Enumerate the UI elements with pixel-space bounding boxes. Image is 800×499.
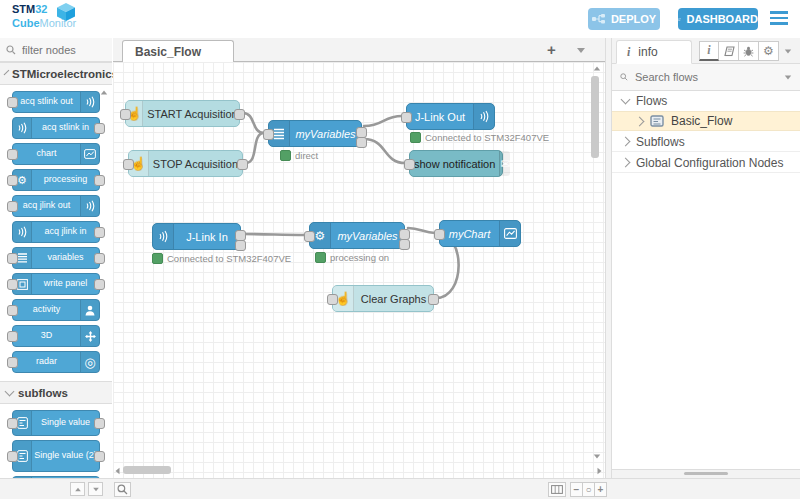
canvas-node-start-acquisition[interactable]: ☝ START Acquisition [125, 100, 240, 127]
node-port[interactable] [7, 331, 18, 342]
palette-node-3d[interactable]: 3D [12, 325, 100, 347]
palette-node-single-value-2[interactable]: Single value (2) [12, 440, 100, 472]
chevron-down-icon [621, 95, 631, 105]
node-label: J-Link In [174, 224, 240, 249]
tree-row-global-config[interactable]: Global Configuration Nodes [612, 153, 800, 173]
canvas-node-mychart[interactable]: myChart [439, 220, 521, 247]
canvas-vertical-scrollbar[interactable] [591, 76, 599, 158]
main-menu-button[interactable] [770, 11, 788, 25]
config-tab-button[interactable]: ⚙ [759, 41, 779, 61]
tree-row-subflows[interactable]: Subflows [612, 132, 800, 152]
node-port[interactable] [7, 201, 18, 212]
node-port[interactable] [94, 227, 105, 238]
canvas-scroll-left-icon[interactable] [116, 468, 120, 474]
node-input-port[interactable] [304, 231, 315, 242]
node-output-port[interactable] [235, 240, 246, 251]
deploy-icon [592, 14, 605, 24]
canvas-horizontal-scrollbar[interactable] [123, 466, 171, 474]
tree-row-flows[interactable]: Flows [612, 91, 800, 111]
help-tab-button[interactable] [719, 41, 739, 61]
canvas-scroll-right-icon[interactable] [598, 468, 602, 474]
palette-node-chart[interactable]: chart [12, 143, 100, 165]
palette-node-write-panel[interactable]: write panel [12, 273, 100, 295]
deploy-button[interactable]: DEPLOY [588, 8, 660, 30]
flow-tab-label: Basic_Flow [135, 45, 201, 59]
debug-tab-button[interactable] [739, 41, 759, 61]
dashboard-button[interactable]: DASHBOARD [678, 8, 758, 30]
node-output-port[interactable] [428, 294, 439, 305]
node-port[interactable] [94, 451, 105, 462]
palette-node-radar[interactable]: radar ◎ [12, 351, 100, 373]
node-input-port[interactable] [434, 229, 445, 240]
palette-search[interactable] [0, 38, 112, 62]
add-flow-button[interactable]: + [547, 41, 556, 58]
palette-node-single-value[interactable]: Single value [12, 410, 100, 436]
node-port[interactable] [7, 97, 18, 108]
palette-scroll-up-icon[interactable] [101, 91, 107, 95]
node-port[interactable] [7, 175, 18, 186]
canvas-search-button[interactable] [114, 482, 131, 497]
canvas-scroll-down-icon[interactable] [594, 455, 600, 459]
node-port[interactable] [7, 149, 18, 160]
node-port[interactable] [94, 123, 105, 134]
expand-arrows-icon [80, 326, 99, 346]
node-port[interactable] [7, 305, 18, 316]
palette-category-stmicroelectronics[interactable]: STMicroelectronics [0, 62, 112, 85]
canvas-scroll-up-icon[interactable] [594, 67, 600, 71]
info-tab-button[interactable]: i [699, 41, 719, 61]
palette-node-variables[interactable]: variables [12, 247, 100, 269]
tree-row-basic-flow[interactable]: Basic_Flow [612, 111, 800, 131]
chevron-right-icon [621, 137, 631, 147]
node-input-port[interactable] [401, 112, 412, 123]
menu-bar [770, 11, 788, 14]
node-output-port[interactable] [356, 137, 367, 148]
node-input-port[interactable] [120, 109, 131, 120]
node-output-port[interactable] [234, 109, 245, 120]
sidebar-splitter[interactable] [605, 38, 612, 478]
node-input-port[interactable] [123, 159, 134, 170]
node-port[interactable] [94, 253, 105, 264]
canvas-node-jlink-out[interactable]: J-Link Out [406, 103, 495, 130]
node-output-port[interactable] [237, 159, 248, 170]
palette-node-processing[interactable]: ⚙ processing [12, 169, 100, 191]
palette-node-acq-jlink-in[interactable]: acq jlink in [12, 221, 100, 243]
canvas-node-stop-acquisition[interactable]: ☝ STOP Acquisition [128, 150, 243, 177]
node-output-port[interactable] [399, 239, 410, 250]
palette-node-acq-jlink-out[interactable]: acq jlink out [12, 195, 100, 217]
sidebar-tabs-dropdown-icon[interactable] [785, 50, 791, 54]
canvas-node-clear-graphs[interactable]: ☝ Clear Graphs [332, 285, 434, 312]
node-input-port[interactable] [327, 294, 338, 305]
canvas-node-show-notification[interactable]: show notification ✉ [409, 150, 503, 177]
node-port[interactable] [7, 253, 18, 264]
palette-node-acq-stlink-in[interactable]: acq stlink in [12, 117, 100, 139]
node-port[interactable] [7, 418, 18, 429]
sidebar-bottom-splitter[interactable] [612, 469, 800, 478]
canvas-node-myvariables-1[interactable]: myVariables [268, 120, 362, 147]
flow-list-dropdown-icon[interactable] [577, 48, 585, 53]
palette-expand-button[interactable] [88, 482, 103, 496]
node-input-port[interactable] [404, 159, 415, 170]
flow-tab-basic-flow[interactable]: Basic_Flow [122, 40, 234, 62]
node-port[interactable] [7, 279, 18, 290]
flow-canvas[interactable]: ☝ START Acquisition ☝ STOP Acquisition m… [113, 62, 605, 478]
search-options-dropdown-icon[interactable] [785, 75, 791, 79]
node-input-port[interactable] [263, 129, 274, 140]
canvas-node-jlink-in[interactable]: J-Link In [152, 223, 241, 250]
zoom-in-button[interactable]: + [594, 482, 607, 497]
logo-32: 32 [35, 3, 47, 15]
palette-node-label: radar [13, 352, 80, 372]
node-port[interactable] [94, 279, 105, 290]
minimap-toggle-button[interactable] [548, 482, 566, 497]
node-port[interactable] [94, 418, 105, 429]
node-port[interactable] [7, 451, 18, 462]
filter-nodes-input[interactable] [20, 43, 104, 57]
palette-node-activity[interactable]: activity [12, 299, 100, 321]
node-port[interactable] [94, 175, 105, 186]
canvas-node-myvariables-2[interactable]: ⚙ myVariables [309, 222, 405, 249]
node-port[interactable] [7, 357, 18, 368]
palette-node-acq-stlink-out[interactable]: acq stlink out [12, 91, 100, 113]
palette-collapse-button[interactable] [70, 482, 85, 496]
sidebar-tab-info[interactable]: i info [616, 40, 692, 64]
palette-category-subflows[interactable]: subflows [0, 381, 112, 404]
search-flows-input[interactable] [633, 70, 779, 84]
